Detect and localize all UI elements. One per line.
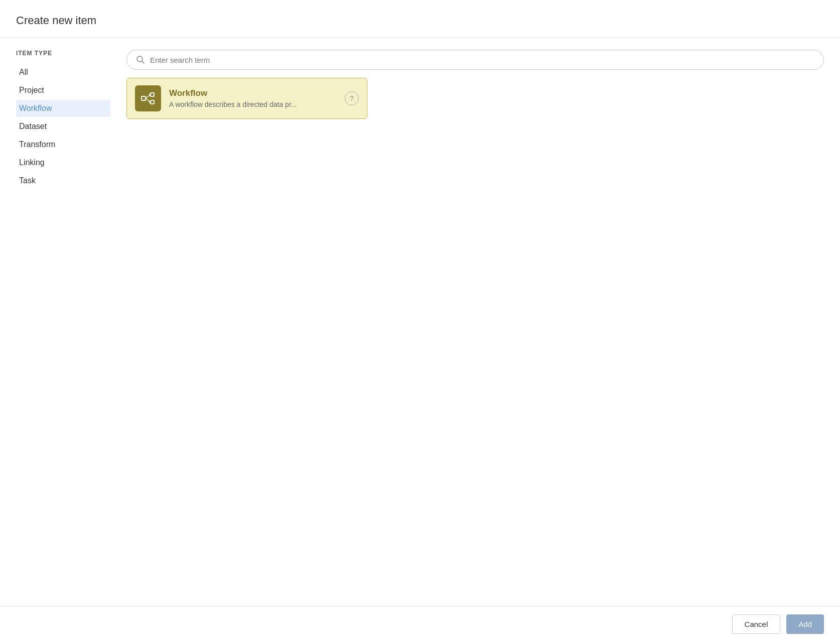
dialog-header: Create new item	[0, 0, 840, 38]
svg-line-1	[142, 61, 145, 64]
workflow-icon	[135, 85, 161, 111]
sidebar-item-transform[interactable]: Transform	[16, 136, 110, 153]
item-description: A workflow describes a directed data pr.…	[169, 100, 337, 108]
svg-line-5	[146, 95, 151, 99]
item-help-button[interactable]: ?	[345, 91, 359, 105]
sidebar-item-workflow[interactable]: Workflow	[16, 100, 110, 117]
search-icon	[136, 55, 145, 64]
sidebar-section-title: ITEM TYPE	[16, 50, 110, 57]
sidebar: ITEM TYPE All Project Workflow Dataset T…	[0, 38, 110, 606]
sidebar-item-linking[interactable]: Linking	[16, 154, 110, 171]
add-button[interactable]: Add	[786, 614, 824, 634]
sidebar-item-dataset[interactable]: Dataset	[16, 118, 110, 135]
dialog-footer: Cancel Add	[0, 606, 840, 642]
dialog-title: Create new item	[16, 14, 824, 27]
svg-rect-2	[142, 96, 146, 100]
main-content: Workflow A workflow describes a directed…	[110, 38, 840, 606]
dialog-body: ITEM TYPE All Project Workflow Dataset T…	[0, 38, 840, 606]
item-info: Workflow A workflow describes a directed…	[169, 88, 337, 108]
svg-rect-4	[151, 100, 154, 104]
item-name: Workflow	[169, 88, 337, 98]
sidebar-item-all[interactable]: All	[16, 64, 110, 81]
svg-line-6	[146, 98, 151, 102]
search-input[interactable]	[150, 56, 814, 64]
sidebar-item-project[interactable]: Project	[16, 82, 110, 99]
create-new-item-dialog: Create new item ITEM TYPE All Project Wo…	[0, 0, 840, 642]
svg-rect-3	[151, 93, 154, 96]
sidebar-item-task[interactable]: Task	[16, 172, 110, 189]
cancel-button[interactable]: Cancel	[732, 614, 781, 634]
workflow-item-card[interactable]: Workflow A workflow describes a directed…	[126, 78, 367, 119]
search-bar[interactable]	[126, 50, 824, 70]
